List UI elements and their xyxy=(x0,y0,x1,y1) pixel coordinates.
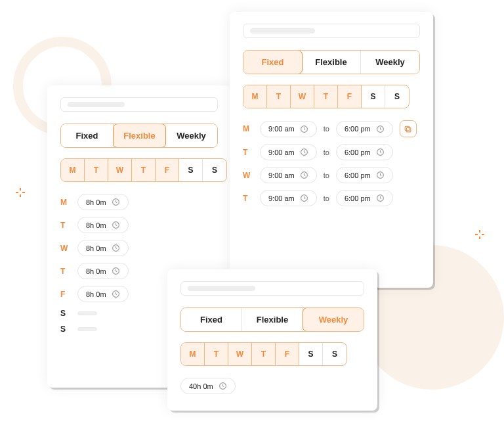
svg-rect-6 xyxy=(475,234,478,235)
tab-flexible[interactable]: Flexible xyxy=(242,308,303,331)
day-sun[interactable]: S xyxy=(323,343,346,365)
tab-fixed[interactable]: Fixed xyxy=(243,50,303,74)
clock-icon xyxy=(112,221,120,229)
hours-input[interactable]: 8h 0m xyxy=(77,217,129,233)
day-sun[interactable]: S xyxy=(203,159,226,181)
day-thu[interactable]: T xyxy=(132,159,156,181)
day-wed[interactable]: W xyxy=(228,343,252,365)
weekday-selector[interactable]: M T W T F S S xyxy=(243,85,410,108)
clock-icon xyxy=(112,267,120,275)
svg-rect-16 xyxy=(405,126,410,131)
day-label: T xyxy=(60,267,71,276)
day-tue[interactable]: T xyxy=(267,85,291,108)
copy-to-all-button[interactable] xyxy=(400,120,417,137)
hours-row: T 8h 0m xyxy=(60,217,218,233)
schedule-type-tabs: Fixed Flexible Weekly xyxy=(243,50,420,74)
day-sat[interactable]: S xyxy=(362,85,385,108)
hours-input[interactable]: 8h 0m xyxy=(77,240,129,256)
end-time-input[interactable]: 6:00 pm xyxy=(336,190,393,206)
day-label: T xyxy=(243,194,253,203)
title-placeholder xyxy=(60,97,218,112)
day-fri[interactable]: F xyxy=(276,343,299,365)
tab-weekly[interactable]: Weekly xyxy=(303,307,364,332)
svg-rect-1 xyxy=(20,194,21,197)
day-thu[interactable]: T xyxy=(252,343,276,365)
sparkle-icon xyxy=(16,188,25,197)
end-time-input[interactable]: 6:00 pm xyxy=(336,167,393,183)
clock-icon xyxy=(300,194,308,202)
start-time-input[interactable]: 9:00 am xyxy=(260,144,317,160)
clock-icon xyxy=(376,171,385,179)
day-label: S xyxy=(60,309,71,318)
time-row: M 9:00 am to 6:00 pm xyxy=(243,120,420,137)
day-sat[interactable]: S xyxy=(299,343,323,365)
day-tue[interactable]: T xyxy=(205,343,228,365)
day-label: T xyxy=(60,221,71,230)
time-row: W 9:00 am to 6:00 pm xyxy=(243,167,420,183)
weekday-selector[interactable]: M T W T F S S xyxy=(180,342,347,366)
day-label: W xyxy=(243,171,253,180)
weekday-selector[interactable]: M T W T F S S xyxy=(60,158,227,182)
weekly-total-input[interactable]: 40h 0m xyxy=(180,378,236,394)
svg-rect-4 xyxy=(479,230,480,233)
tab-flexible[interactable]: Flexible xyxy=(302,51,361,74)
title-placeholder xyxy=(180,281,364,296)
svg-rect-5 xyxy=(479,237,480,239)
to-label: to xyxy=(324,194,329,202)
end-time-input[interactable]: 6:00 pm xyxy=(336,121,393,137)
clock-icon xyxy=(112,198,120,206)
clock-icon xyxy=(376,148,385,156)
day-label: W xyxy=(60,244,71,253)
day-label: T xyxy=(243,148,253,157)
day-mon[interactable]: M xyxy=(181,343,205,365)
svg-rect-7 xyxy=(482,234,484,235)
clock-icon xyxy=(112,244,120,252)
day-mon[interactable]: M xyxy=(243,85,267,108)
day-thu[interactable]: T xyxy=(314,85,338,108)
day-label: F xyxy=(60,290,71,299)
day-sat[interactable]: S xyxy=(179,159,203,181)
day-label: M xyxy=(243,124,253,133)
start-time-input[interactable]: 9:00 am xyxy=(260,167,317,183)
clock-icon xyxy=(300,125,308,133)
empty-indicator xyxy=(77,327,97,331)
start-time-input[interactable]: 9:00 am xyxy=(260,121,317,137)
clock-icon xyxy=(219,382,227,390)
sparkle-icon xyxy=(475,230,484,239)
clock-icon xyxy=(376,194,385,202)
clock-icon xyxy=(376,125,385,133)
day-mon[interactable]: M xyxy=(61,159,85,181)
day-wed[interactable]: W xyxy=(108,159,132,181)
schedule-type-tabs: Fixed Flexible Weekly xyxy=(180,307,364,332)
tab-fixed[interactable]: Fixed xyxy=(61,124,114,147)
tab-flexible[interactable]: Flexible xyxy=(113,124,166,148)
hours-input[interactable]: 8h 0m xyxy=(77,263,129,279)
hours-row: M 8h 0m xyxy=(60,194,218,210)
time-row: T 9:00 am to 6:00 pm xyxy=(243,190,420,206)
empty-indicator xyxy=(77,311,97,315)
time-row: T 9:00 am to 6:00 pm xyxy=(243,144,420,160)
hours-input[interactable]: 8h 0m xyxy=(77,286,129,302)
day-label: M xyxy=(60,198,71,207)
svg-rect-15 xyxy=(407,127,411,132)
hours-row: W 8h 0m xyxy=(60,240,218,256)
svg-rect-2 xyxy=(16,192,18,193)
end-time-input[interactable]: 6:00 pm xyxy=(336,144,393,160)
day-fri[interactable]: F xyxy=(156,159,179,181)
day-fri[interactable]: F xyxy=(338,85,362,108)
clock-icon xyxy=(300,148,308,156)
day-wed[interactable]: W xyxy=(291,85,314,108)
start-time-input[interactable]: 9:00 am xyxy=(260,190,317,206)
tab-weekly[interactable]: Weekly xyxy=(165,124,217,147)
to-label: to xyxy=(324,171,329,179)
tab-weekly[interactable]: Weekly xyxy=(361,51,419,74)
tab-fixed[interactable]: Fixed xyxy=(181,308,242,331)
day-tue[interactable]: T xyxy=(85,159,108,181)
clock-icon xyxy=(112,290,120,298)
svg-rect-3 xyxy=(22,192,25,193)
day-sun[interactable]: S xyxy=(385,85,409,108)
hours-input[interactable]: 8h 0m xyxy=(77,194,129,210)
clock-icon xyxy=(300,171,308,179)
day-label: S xyxy=(60,325,71,334)
schedule-card-fixed: Fixed Flexible Weekly M T W T F S S M 9:… xyxy=(230,12,433,288)
